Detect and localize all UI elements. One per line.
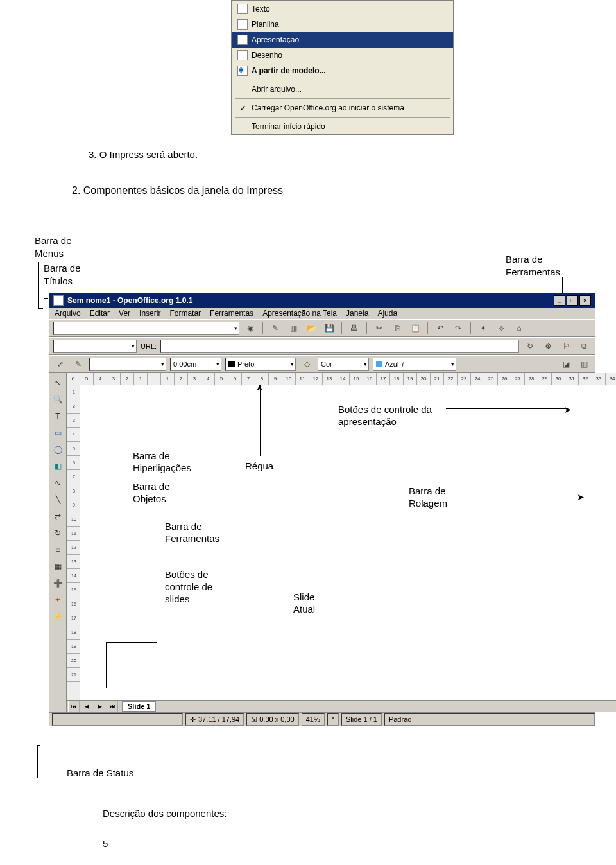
open-icon[interactable]: 📂 <box>304 321 318 335</box>
menu-separator <box>235 117 450 118</box>
stop-icon[interactable]: ◉ <box>243 321 257 335</box>
text-icon[interactable]: T <box>51 409 65 423</box>
zoom-icon[interactable]: 🔍 <box>51 392 65 406</box>
arrowhead-icon: ➤ <box>254 384 264 392</box>
hyperlink-icon[interactable]: ⎆ <box>494 321 508 335</box>
redo-icon[interactable]: ↷ <box>451 321 465 335</box>
select-icon[interactable]: ↖ <box>51 376 65 390</box>
first-slide-button[interactable]: ⏮ <box>68 701 80 712</box>
target-icon[interactable]: ⚐ <box>559 339 573 353</box>
paste-icon[interactable]: 📋 <box>408 321 422 335</box>
prev-slide-button[interactable]: ◀ <box>81 701 92 712</box>
frame-dropdown[interactable] <box>53 340 137 353</box>
label-slide-atual: Slide Atual <box>292 591 316 615</box>
menu-item-modelo[interactable]: ✱A partir de modelo... <box>232 63 453 78</box>
slide-canvas[interactable]: Botões de controle da apresentação ➤ Bar… <box>80 385 616 700</box>
print-icon[interactable]: 🖶 <box>347 321 361 335</box>
url-input[interactable] <box>160 340 519 353</box>
reload-icon[interactable]: ↻ <box>523 339 537 353</box>
label-barra-rolagem: Barra de Rolagem <box>407 485 449 509</box>
menu-ver[interactable]: Ver <box>119 309 130 318</box>
minimize-button[interactable]: _ <box>554 295 565 306</box>
check-icon: ✓ <box>237 103 248 113</box>
menu-item-texto[interactable]: Texto <box>232 1 453 17</box>
label-barra-status: Barra de Status <box>67 767 133 778</box>
menu-item-label: Desenho <box>252 51 282 60</box>
menu-item-apresentacao[interactable]: Apresentação <box>232 32 453 48</box>
rect-icon[interactable]: ▭ <box>51 426 65 440</box>
edit-icon[interactable]: ✎ <box>268 321 282 335</box>
save-icon[interactable]: 💾 <box>322 321 336 335</box>
new-icon[interactable]: ▥ <box>286 321 300 335</box>
copy-icon[interactable]: ⎘ <box>390 321 404 335</box>
next-slide-button[interactable]: ▶ <box>94 701 105 712</box>
props-icon[interactable]: ▥ <box>577 357 591 371</box>
horizontal-scrollbar[interactable] <box>160 702 616 711</box>
status-zoom[interactable]: 41% <box>302 713 325 726</box>
last-slide-button[interactable]: ⏭ <box>107 701 118 712</box>
menu-item-label: Apresentação <box>252 35 299 44</box>
line-style-icon[interactable]: ✎ <box>71 357 85 371</box>
titlebar[interactable]: Sem nome1 - OpenOffice.org 1.0.1 _ □ × <box>49 293 595 308</box>
menu-formatar[interactable]: Formatar <box>169 309 201 318</box>
curve-icon[interactable]: ∿ <box>51 476 65 490</box>
line-style-dropdown[interactable]: — <box>89 358 166 371</box>
close-button[interactable]: × <box>579 295 591 306</box>
menu-item-label: Planilha <box>252 20 279 29</box>
arrow-edit-icon[interactable]: ⤢ <box>53 357 67 371</box>
rotate-icon[interactable]: ↻ <box>51 526 65 540</box>
style-dropdown[interactable] <box>53 322 239 335</box>
fill-type-dropdown[interactable]: Cor <box>318 358 369 371</box>
separator <box>341 322 342 334</box>
menu-item-planilha[interactable]: Planilha <box>232 17 453 32</box>
menu-item-label: Texto <box>252 4 270 13</box>
object3d-icon[interactable]: ◧ <box>51 459 65 473</box>
main-toolbar: ↖ 🔍 T ▭ ◯ ◧ ∿ ╲ ⇄ ↻ ≡ ▦ ➕ ✦ ⚡ <box>49 373 67 712</box>
arrange-icon[interactable]: ▦ <box>51 559 65 573</box>
menu-inserir[interactable]: Inserir <box>139 309 160 318</box>
menu-item-desenho[interactable]: Desenho <box>232 48 453 63</box>
menu-arquivo[interactable]: Arquivo <box>55 309 81 318</box>
menu-janela[interactable]: Janela <box>346 309 368 318</box>
effects-icon[interactable]: ✦ <box>51 593 65 607</box>
status-slide: Slide 1 / 1 <box>341 713 382 726</box>
line-width-dropdown[interactable]: 0,00cm <box>170 358 221 371</box>
fill-color-dropdown[interactable]: Azul 7 <box>373 358 456 371</box>
connector-icon[interactable]: ⇄ <box>51 509 65 523</box>
shadow-icon[interactable]: ◪ <box>559 357 573 371</box>
menu-ferramentas[interactable]: Ferramentas <box>210 309 253 318</box>
standard-toolbar: ◉ ✎ ▥ 📂 💾 🖶 ✂ ⎘ 📋 ↶ ↷ ✦ ⎆ ⌂ <box>49 319 595 337</box>
tab-row: ⏮ ◀ ▶ ⏭ Slide 1 ▶ <box>67 700 616 712</box>
menu-apresentacao[interactable]: Apresentação na Tela <box>262 309 337 318</box>
slide-tab[interactable]: Slide 1 <box>122 701 156 712</box>
line-icon[interactable]: ╲ <box>51 493 65 507</box>
label-barra-ferramentas: Barra de Ferramentas <box>506 253 560 279</box>
insert-icon[interactable]: ➕ <box>51 576 65 590</box>
align-icon[interactable]: ≡ <box>51 543 65 557</box>
bookmark-icon[interactable]: ⧉ <box>577 339 591 353</box>
menu-editar[interactable]: Editar <box>90 309 110 318</box>
menu-ajuda[interactable]: Ajuda <box>377 309 397 318</box>
page-number: 5 <box>103 838 108 849</box>
undo-icon[interactable]: ↶ <box>433 321 447 335</box>
menu-item-carregar[interactable]: ✓Carregar OpenOffice.org ao iniciar o si… <box>232 100 453 116</box>
vertical-ruler[interactable]: 123456789101112131415161718192021 <box>67 385 80 700</box>
horizontal-ruler[interactable]: 6543211234567891011121314151617181920212… <box>67 373 616 385</box>
menu-item-terminar[interactable]: Terminar início rápido <box>232 119 453 134</box>
fill-icon[interactable]: ◇ <box>300 357 314 371</box>
cut-icon[interactable]: ✂ <box>372 321 386 335</box>
navigator-icon[interactable]: ✦ <box>476 321 490 335</box>
leader-line <box>167 578 167 681</box>
link-icon[interactable]: ⚙ <box>541 339 555 353</box>
status-empty <box>52 713 183 726</box>
line-color-dropdown[interactable]: Preto <box>225 358 296 371</box>
maximize-button[interactable]: □ <box>567 295 578 306</box>
menubar[interactable]: Arquivo Editar Ver Inserir Formatar Ferr… <box>49 308 595 319</box>
interaction-icon[interactable]: ⚡ <box>51 609 65 624</box>
gallery-icon[interactable]: ⌂ <box>512 321 526 335</box>
menu-item-abrir[interactable]: Abrir arquivo... <box>232 82 453 97</box>
section-heading: 2. Componentes básicos da janela do Impr… <box>72 185 283 197</box>
ellipse-icon[interactable]: ◯ <box>51 442 65 457</box>
status-mode: Padrão <box>384 713 595 726</box>
sample-rectangle <box>106 642 157 688</box>
